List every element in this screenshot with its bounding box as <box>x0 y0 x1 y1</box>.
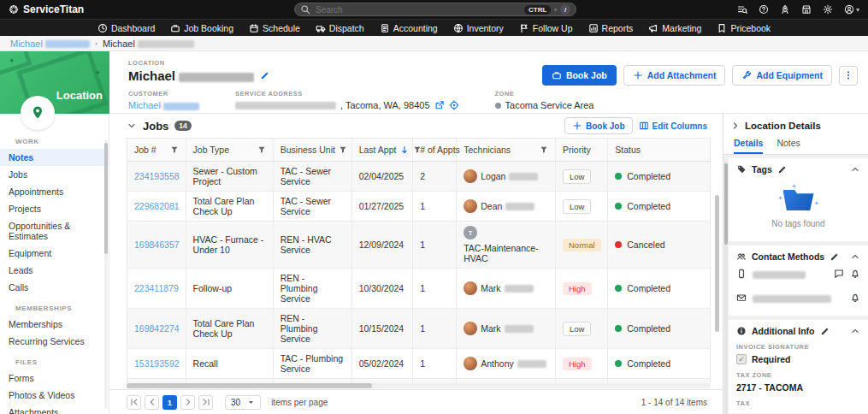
nav-item-inventory[interactable]: Inventory <box>453 23 504 33</box>
sidebar-scrollbar[interactable] <box>104 139 108 409</box>
status-label: Completed <box>627 283 670 293</box>
priority-cell: Low <box>555 192 607 222</box>
technicians-cell: Anthony <box>457 349 556 379</box>
collapse-tags-icon[interactable] <box>850 164 860 174</box>
page-number-button[interactable]: 1 <box>162 395 177 410</box>
collapse-chevron-icon[interactable] <box>127 121 137 131</box>
help-icon[interactable] <box>759 4 769 15</box>
sidebar-item-calls[interactable]: Calls <box>0 279 109 296</box>
breadcrumb-parent[interactable]: Michael <box>10 38 90 49</box>
collapse-panel-icon[interactable] <box>730 121 741 131</box>
priority-badge: Low <box>563 169 591 184</box>
chat-icon <box>834 269 844 279</box>
nav-item-follow-up[interactable]: Follow Up <box>519 23 573 33</box>
sidebar-item-equipment[interactable]: Equipment <box>0 245 109 262</box>
customer-link[interactable]: Michael <box>128 100 199 110</box>
account-menu[interactable]: ▾ <box>844 4 859 15</box>
brand[interactable]: ServiceTitan <box>9 3 84 15</box>
job-number-link[interactable]: 153193592 <box>134 358 180 369</box>
book-job-small-button[interactable]: Book Job <box>564 117 633 134</box>
job-type-cell: Sewer - Custom Project <box>186 162 273 192</box>
map-target-icon[interactable] <box>449 100 459 110</box>
calendar-icon <box>249 23 259 33</box>
tab-notes[interactable]: Notes <box>776 138 800 154</box>
sidebar-section-work: WORKNotesJobsAppointmentsProjectsOpportu… <box>0 133 109 296</box>
table-horizontal-scrollbar[interactable] <box>127 383 711 388</box>
more-actions-button[interactable] <box>839 66 858 86</box>
add-equipment-button[interactable]: Add Equipment <box>732 65 832 86</box>
priority-cell: Low <box>555 162 607 192</box>
nav-item-accounting[interactable]: Accounting <box>380 23 438 33</box>
contact-value <box>753 293 844 303</box>
job-number-link[interactable]: 234193558 <box>134 171 180 181</box>
edit-location-icon[interactable] <box>260 71 269 80</box>
map-pin-icon <box>30 105 45 121</box>
book-job-button[interactable]: Book Job <box>542 65 617 86</box>
column-header-job-: Job # <box>127 139 186 162</box>
status-label: Completed <box>627 358 670 369</box>
nav-item-marketing[interactable]: Marketing <box>648 23 701 33</box>
sidebar-item-attachments[interactable]: Attachments <box>0 404 109 414</box>
job-number-link[interactable]: 229682081 <box>134 201 180 211</box>
people-icon <box>736 251 747 262</box>
job-number-link[interactable]: 169842274 <box>134 323 180 334</box>
edit-contact-methods-icon[interactable] <box>830 252 839 262</box>
required-checkbox[interactable]: ✓ <box>736 354 747 364</box>
search-input[interactable] <box>316 5 519 15</box>
first-page-button[interactable] <box>127 395 141 410</box>
sidebar-item-jobs[interactable]: Jobs <box>0 166 109 183</box>
external-link-icon[interactable] <box>434 100 445 110</box>
zone-dot-icon <box>495 103 501 109</box>
nav-item-dispatch[interactable]: Dispatch <box>316 23 364 33</box>
status-dot-icon <box>615 203 622 210</box>
panel-scrollbar[interactable] <box>724 162 728 414</box>
additional-info-title: Additional Info <box>752 326 815 336</box>
prev-page-button[interactable] <box>145 395 159 410</box>
sidebar-item-recurring-services[interactable]: Recurring Services <box>0 333 109 350</box>
sidebar-item-projects[interactable]: Projects <box>0 200 109 217</box>
sidebar-item-forms[interactable]: Forms <box>0 370 109 387</box>
collapse-contact-methods-icon[interactable] <box>850 251 860 262</box>
search-shortcut: CTRL + / <box>524 4 570 15</box>
technician-name: Mark <box>481 323 500 334</box>
sidebar-item-leads[interactable]: Leads <box>0 262 109 279</box>
sidebar-item-memberships[interactable]: Memberships <box>0 316 109 333</box>
collapse-additional-info-icon[interactable] <box>850 326 860 336</box>
next-page-button[interactable] <box>180 395 195 410</box>
nav-item-job-booking[interactable]: Job Booking <box>170 23 233 33</box>
servicetitan-logo-icon <box>9 4 19 15</box>
job-number-link[interactable]: 223411879 <box>134 283 179 293</box>
kebab-icon <box>843 70 853 80</box>
table-vertical-scrollbar[interactable] <box>715 195 719 332</box>
nav-item-schedule[interactable]: Schedule <box>249 23 300 33</box>
nav-item-reports[interactable]: Reports <box>588 23 634 33</box>
job-number-cell: 229682081 <box>127 192 186 222</box>
tags-title: Tags <box>752 164 772 174</box>
job-number-link[interactable]: 169846357 <box>134 240 180 250</box>
gear-icon[interactable] <box>823 4 833 15</box>
nav-item-dashboard[interactable]: Dashboard <box>97 23 155 33</box>
edit-tags-icon[interactable] <box>777 165 787 174</box>
sidebar-item-opportunities-estimates[interactable]: Opportunities & Estimates <box>0 217 109 245</box>
status-indicator: Canceled <box>615 240 703 250</box>
status-indicator: Completed <box>615 283 703 293</box>
storefront-icon[interactable] <box>801 4 812 15</box>
tab-details[interactable]: Details <box>734 138 763 154</box>
last-page-button[interactable] <box>198 395 213 410</box>
nav-item-pricebook[interactable]: Pricebook <box>717 23 771 33</box>
add-attachment-button[interactable]: Add Attachment <box>623 65 726 86</box>
jobs-title: Jobs <box>143 120 168 133</box>
rocket-icon[interactable] <box>780 4 790 15</box>
global-search[interactable]: CTRL + / <box>294 3 576 16</box>
location-header: ✦ ✦ Location LOCATION Michael CUSTOMER M… <box>0 51 868 114</box>
sidebar-item-notes[interactable]: Notes <box>0 149 109 166</box>
edit-columns-button[interactable]: Edit Columns <box>639 121 707 131</box>
sidebar-item-photos-videos[interactable]: Photos & Videos <box>0 387 109 404</box>
edit-additional-info-icon[interactable] <box>820 327 830 336</box>
last-appt-cell: 01/27/2025 <box>351 192 413 222</box>
list-search-icon[interactable] <box>737 4 747 15</box>
appts-count-cell: 1 <box>413 349 457 379</box>
sidebar-item-appointments[interactable]: Appointments <box>0 183 109 200</box>
page-size-select[interactable]: 30 <box>225 395 261 410</box>
status-label: Canceled <box>627 240 664 250</box>
